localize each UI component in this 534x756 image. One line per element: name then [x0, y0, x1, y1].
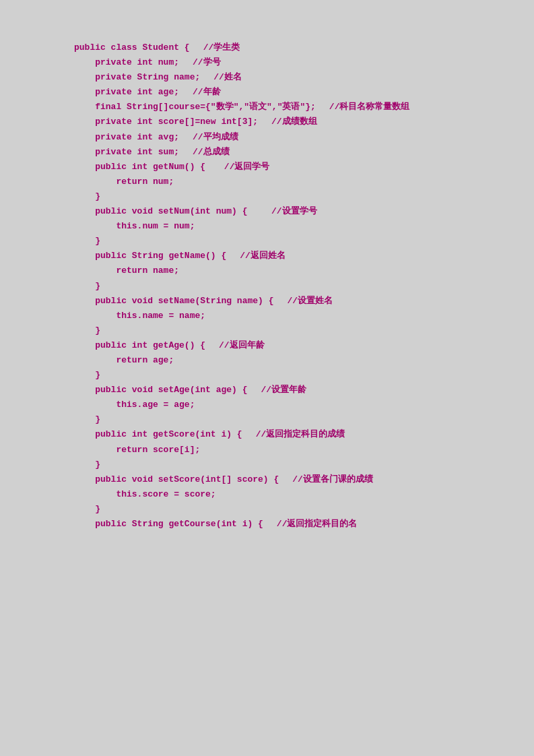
- code-comment: //返回姓名: [226, 249, 514, 263]
- code-line: final String[]course={"数学","语文","英语"};//…: [74, 100, 514, 115]
- code-line: return name;: [74, 263, 514, 278]
- code-container: public class Student {//学生类 private int …: [0, 0, 534, 756]
- code-text: }: [74, 502, 100, 517]
- code-text: final String[]course={"数学","语文","英语"};: [74, 100, 316, 115]
- code-text: }: [74, 368, 100, 383]
- code-text: public void setScore(int[] score) {: [74, 472, 279, 487]
- code-line: public void setName(String name) {//设置姓名: [74, 294, 514, 309]
- code-text: private int sum;: [74, 145, 179, 160]
- code-line: private int sum;//总成绩: [74, 145, 514, 160]
- code-text: this.num = num;: [74, 219, 195, 234]
- code-line: }: [74, 412, 514, 427]
- code-text: public String getName() {: [74, 249, 226, 263]
- code-text: this.name = name;: [74, 309, 205, 323]
- code-text: }: [74, 279, 100, 294]
- code-text: }: [74, 458, 100, 472]
- code-text: }: [74, 234, 100, 249]
- code-line: private int age;//年龄: [74, 85, 514, 100]
- code-text: private int score[]=new int[3];: [74, 115, 258, 129]
- code-line: return num;: [74, 175, 514, 189]
- code-line: return score[i];: [74, 443, 514, 458]
- code-line: }: [74, 458, 514, 472]
- code-text: public void setAge(int age) {: [74, 383, 247, 398]
- code-comment: //平均成绩: [179, 130, 514, 145]
- code-line: private int avg;//平均成绩: [74, 130, 514, 145]
- code-line: public int getScore(int i) {//返回指定科目的成绩: [74, 427, 514, 442]
- code-text: }: [74, 189, 100, 204]
- code-text: return num;: [74, 175, 174, 189]
- code-text: return score[i];: [74, 443, 200, 458]
- code-text: }: [74, 323, 100, 338]
- code-comment: //设置各门课的成绩: [279, 472, 514, 487]
- code-text: public int getAge() {: [74, 338, 205, 353]
- code-text: return age;: [74, 353, 174, 368]
- code-text: }: [74, 412, 100, 427]
- code-line: }: [74, 234, 514, 249]
- code-line: public void setAge(int age) {//设置年龄: [74, 383, 514, 398]
- code-line: this.num = num;: [74, 219, 514, 234]
- code-comment: //姓名: [200, 70, 514, 85]
- code-text: private int avg;: [74, 130, 179, 145]
- code-comment: //成绩数组: [258, 115, 514, 129]
- code-text: public void setNum(int num) {: [74, 204, 247, 219]
- code-comment: //返回指定科目的名: [263, 517, 514, 532]
- code-line: public String getName() {//返回姓名: [74, 249, 514, 263]
- code-line: private String name;//姓名: [74, 70, 514, 85]
- code-text: public void setName(String name) {: [74, 294, 273, 309]
- code-line: public String getCourse(int i) {//返回指定科目…: [74, 517, 514, 532]
- code-text: public String getCourse(int i) {: [74, 517, 263, 532]
- code-line: this.name = name;: [74, 309, 514, 323]
- code-comment: //总成绩: [179, 145, 514, 160]
- code-line: private int num;//学号: [74, 55, 514, 70]
- code-comment: //返回学号: [205, 160, 514, 175]
- code-line: public void setScore(int[] score) {//设置各…: [74, 472, 514, 487]
- code-line: public int getNum() { //返回学号: [74, 160, 514, 175]
- code-line: this.age = age;: [74, 398, 514, 412]
- code-line: }: [74, 279, 514, 294]
- code-comment: //学号: [179, 55, 514, 70]
- code-line: }: [74, 189, 514, 204]
- code-comment: //年龄: [179, 85, 514, 100]
- code-comment: //学生类: [190, 40, 514, 55]
- code-text: this.age = age;: [74, 398, 195, 412]
- code-text: public int getNum() {: [74, 160, 205, 175]
- code-line: public int getAge() {//返回年龄: [74, 338, 514, 353]
- code-line: private int score[]=new int[3];//成绩数组: [74, 115, 514, 129]
- code-line: public void setNum(int num) { //设置学号: [74, 204, 514, 219]
- code-text: return name;: [74, 263, 179, 278]
- code-comment: //科目名称常量数组: [316, 100, 514, 115]
- code-text: public class Student {: [74, 40, 190, 55]
- code-line: public class Student {//学生类: [74, 40, 514, 55]
- code-comment: //返回年龄: [205, 338, 514, 353]
- code-line: }: [74, 323, 514, 338]
- code-text: private String name;: [74, 70, 200, 85]
- code-comment: //设置学号: [247, 204, 514, 219]
- code-comment: //设置姓名: [273, 294, 514, 309]
- code-text: this.score = score;: [74, 487, 216, 502]
- code-text: public int getScore(int i) {: [74, 427, 242, 442]
- code-text: private int num;: [74, 55, 179, 70]
- code-text: private int age;: [74, 85, 179, 100]
- code-line: }: [74, 368, 514, 383]
- code-line: this.score = score;: [74, 487, 514, 502]
- code-comment: //设置年龄: [247, 383, 514, 398]
- code-line: return age;: [74, 353, 514, 368]
- code-line: }: [74, 502, 514, 517]
- code-comment: //返回指定科目的成绩: [242, 427, 514, 442]
